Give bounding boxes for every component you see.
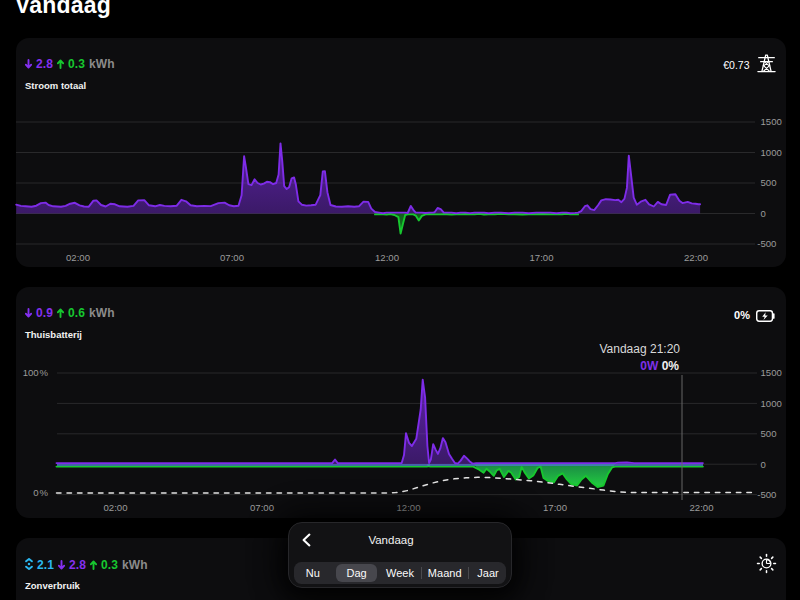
svg-text:07:00: 07:00 xyxy=(250,502,274,513)
svg-text:-500: -500 xyxy=(757,238,776,249)
svg-text:17:00: 17:00 xyxy=(529,252,553,263)
svg-text:500: 500 xyxy=(761,428,777,439)
svg-text:12:00: 12:00 xyxy=(375,252,399,263)
svg-text:500: 500 xyxy=(761,177,777,188)
svg-text:1000: 1000 xyxy=(761,147,782,158)
svg-text:1500: 1500 xyxy=(761,367,782,378)
svg-text:12:00: 12:00 xyxy=(396,502,420,513)
svg-text:1500: 1500 xyxy=(761,116,782,127)
svg-text:0: 0 xyxy=(761,459,766,470)
svg-text:22:00: 22:00 xyxy=(689,502,713,513)
svg-text:02:00: 02:00 xyxy=(66,252,90,263)
svg-text:22:00: 22:00 xyxy=(684,252,708,263)
svg-text:17:00: 17:00 xyxy=(543,502,567,513)
svg-text:0 %: 0 % xyxy=(33,487,48,498)
svg-text:02:00: 02:00 xyxy=(103,502,127,513)
svg-text:07:00: 07:00 xyxy=(220,252,244,263)
svg-text:-500: -500 xyxy=(757,489,776,500)
svg-text:1000: 1000 xyxy=(761,398,782,409)
svg-text:0: 0 xyxy=(761,208,766,219)
